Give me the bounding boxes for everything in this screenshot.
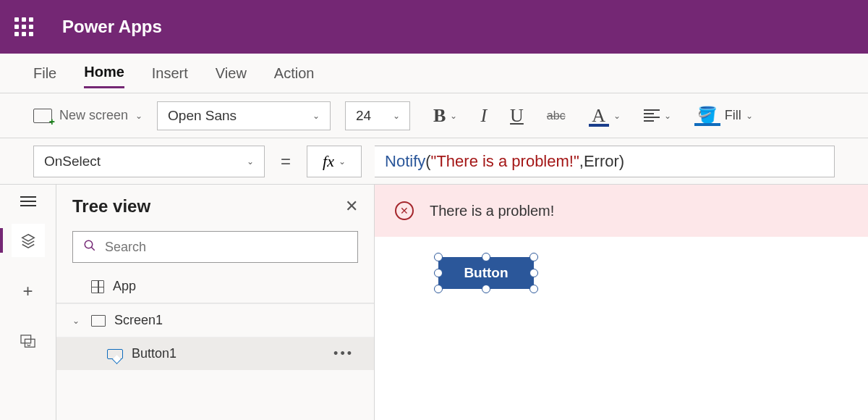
formula-token: ( (425, 152, 430, 171)
layers-icon (20, 232, 36, 248)
tree-title: Tree view (72, 196, 150, 217)
underline-button[interactable]: U (510, 105, 524, 127)
menu-view[interactable]: View (216, 59, 247, 88)
app-icon (91, 280, 104, 293)
chevron-down-icon: ⌄ (450, 111, 457, 121)
search-input[interactable] (105, 240, 347, 255)
chevron-down-icon: ⌄ (135, 111, 142, 121)
font-size-value: 24 (356, 108, 371, 124)
menu-home[interactable]: Home (84, 58, 124, 88)
notification-message: There is a problem! (430, 203, 554, 219)
menubar: File Home Insert View Action (0, 54, 868, 93)
screen-icon (91, 315, 106, 327)
fill-icon: 🪣 (697, 106, 717, 125)
canvas-button-label: Button (464, 265, 508, 281)
formula-token: ) (619, 152, 624, 171)
bold-icon: B (433, 105, 446, 127)
property-value: OnSelect (44, 154, 101, 169)
underline-icon: U (510, 105, 524, 127)
close-icon[interactable]: ✕ (345, 197, 358, 216)
resize-handle[interactable] (434, 269, 443, 277)
tree-item-label: Button1 (132, 346, 176, 361)
italic-icon: I (480, 105, 487, 127)
chevron-down-icon: ⌄ (664, 111, 671, 121)
app-title: Power Apps (62, 17, 162, 37)
font-selector[interactable]: Open Sans ⌄ (157, 101, 331, 130)
resize-handle[interactable] (482, 285, 490, 293)
media-icon (20, 335, 36, 349)
screen-icon: + (33, 109, 52, 123)
chevron-down-icon: ⌄ (339, 156, 346, 167)
menu-action[interactable]: Action (274, 59, 315, 88)
font-color-button[interactable]: A ⌄ (589, 105, 621, 127)
toolbar: + New screen ⌄ Open Sans ⌄ 24 ⌄ B⌄ I U a… (0, 93, 868, 138)
error-icon: ✕ (395, 201, 414, 220)
menu-insert[interactable]: Insert (152, 59, 188, 88)
rail-media[interactable] (12, 325, 45, 358)
formula-token-string: "There is a problem!" (431, 152, 579, 171)
chevron-down-icon: ⌄ (613, 111, 621, 121)
more-icon[interactable]: ••• (333, 346, 358, 361)
svg-point-2 (85, 240, 93, 248)
resize-handle[interactable] (529, 253, 538, 261)
rail-insert[interactable]: + (12, 274, 45, 308)
rail-tree-view[interactable] (12, 224, 45, 257)
equals-label: = (278, 151, 294, 172)
tree-item-button1[interactable]: Button1 ••• (56, 337, 374, 370)
canvas[interactable]: ✕ There is a problem! Button (375, 185, 868, 420)
plus-icon: + (22, 281, 33, 301)
tree-search[interactable] (72, 231, 358, 263)
button-control-icon (107, 349, 123, 359)
hamburger-icon[interactable] (20, 196, 36, 206)
bold-button[interactable]: B⌄ (433, 105, 457, 127)
menu-file[interactable]: File (33, 59, 56, 88)
strikethrough-icon: abc (547, 109, 566, 122)
left-rail: + (0, 185, 56, 420)
resize-handle[interactable] (529, 269, 538, 277)
canvas-button-control[interactable]: Button (438, 257, 534, 289)
tree-item-label: Screen1 (114, 313, 163, 328)
tree-panel: Tree view ✕ App ⌄ Screen1 Button1 ••• (56, 185, 375, 420)
strikethrough-button[interactable]: abc (547, 109, 566, 122)
chevron-down-icon: ⌄ (746, 111, 753, 121)
search-icon (83, 239, 96, 256)
fx-icon: fx (323, 152, 334, 171)
resize-handle[interactable] (482, 253, 490, 261)
tree-app-row[interactable]: App (56, 270, 374, 303)
align-button[interactable]: ⌄ (644, 109, 671, 122)
align-icon (644, 109, 660, 122)
chevron-down-icon: ⌄ (72, 316, 82, 326)
notification-banner: ✕ There is a problem! (375, 185, 868, 237)
property-selector[interactable]: OnSelect ⌄ (33, 146, 265, 177)
resize-handle[interactable] (434, 285, 443, 293)
formula-bar: OnSelect ⌄ = fx ⌄ Notify( "There is a pr… (0, 138, 868, 185)
formula-input[interactable]: Notify( "There is a problem!" , Error) (375, 146, 835, 177)
fx-button[interactable]: fx ⌄ (307, 146, 362, 177)
tree-item-screen1[interactable]: ⌄ Screen1 (56, 303, 374, 337)
svg-line-3 (91, 247, 95, 251)
chevron-down-icon: ⌄ (312, 111, 320, 121)
app-launcher-icon[interactable] (14, 17, 33, 36)
font-name-value: Open Sans (168, 108, 237, 124)
fill-label: Fill (725, 108, 741, 123)
chevron-down-icon: ⌄ (247, 156, 254, 167)
chevron-down-icon: ⌄ (393, 111, 400, 121)
resize-handle[interactable] (434, 253, 443, 261)
fill-button[interactable]: 🪣 Fill ⌄ (694, 106, 753, 126)
font-size-selector[interactable]: 24 ⌄ (345, 101, 410, 130)
new-screen-label: New screen (59, 108, 128, 123)
formula-token-arg: Error (584, 152, 619, 171)
tree-app-label: App (113, 279, 136, 294)
new-screen-button[interactable]: + New screen ⌄ (33, 108, 142, 123)
italic-button[interactable]: I (480, 105, 487, 127)
resize-handle[interactable] (529, 285, 538, 293)
formula-token-fn: Notify (385, 152, 425, 171)
